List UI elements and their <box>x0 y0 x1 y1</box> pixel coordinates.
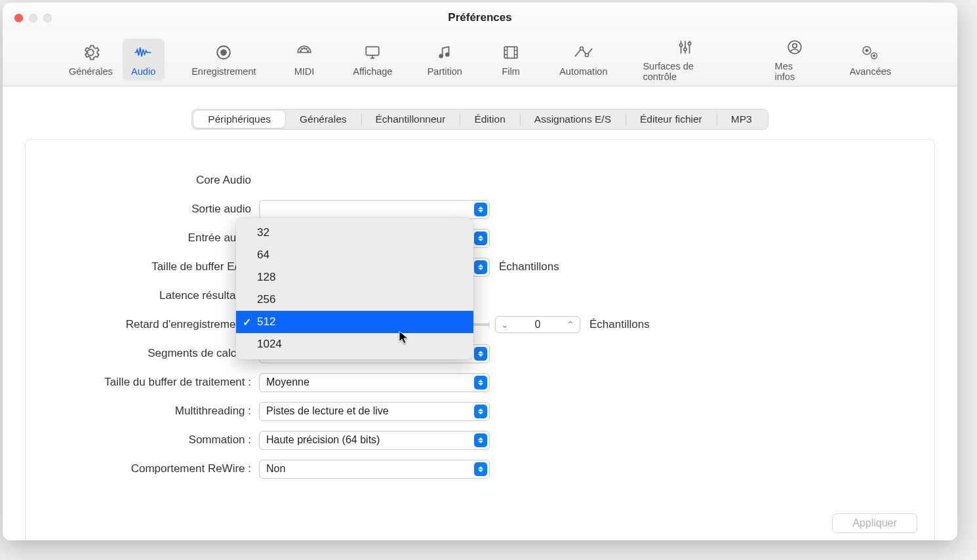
svg-point-13 <box>679 43 682 46</box>
label-segments: Segments de calcul : <box>26 347 259 360</box>
svg-point-19 <box>866 49 868 52</box>
svg-point-12 <box>585 53 588 56</box>
subtab-edition[interactable]: Édition <box>460 111 519 128</box>
tab-label: Mes infos <box>775 61 814 82</box>
music-notes-icon <box>434 43 455 62</box>
subtab-assignations[interactable]: Assignations E/S <box>520 111 626 128</box>
sommation-popup[interactable]: Haute précision (64 bits) <box>259 431 490 450</box>
automation-icon <box>573 43 594 62</box>
svg-point-5 <box>306 48 307 49</box>
tab-label: Surfaces de contrôle <box>643 61 727 82</box>
buffer-size-dropdown: 32 64 128 256 512 1024 <box>236 218 473 359</box>
svg-point-15 <box>688 42 690 45</box>
tab-label: Avancées <box>850 66 891 77</box>
tab-label: Enregistrement <box>191 66 256 77</box>
svg-point-8 <box>439 54 443 57</box>
gears-icon <box>860 43 881 62</box>
label-multithreading: Multithreading : <box>26 405 259 418</box>
label-core-audio: Core Audio <box>26 174 259 187</box>
toolbar: Générales Audio Enregistrement MIDI <box>3 33 957 87</box>
step-up-icon[interactable]: ⌃ <box>561 317 580 332</box>
window-title: Préférences <box>3 11 957 24</box>
tab-partition[interactable]: Partition <box>420 39 469 81</box>
dropdown-option-1024[interactable]: 1024 <box>236 333 473 355</box>
subtab-mp3[interactable]: MP3 <box>717 111 767 128</box>
tab-affichage[interactable]: Affichage <box>346 39 399 81</box>
svg-point-6 <box>304 47 305 49</box>
subtab-editeur-fichier[interactable]: Éditeur fichier <box>626 111 717 128</box>
sub-tabs: Périphériques Générales Échantillonneur … <box>191 109 768 130</box>
settings-panel: Core Audio Sortie audio Entrée audio Tai… <box>25 139 935 540</box>
mouse-cursor-icon <box>399 330 410 348</box>
label-entree-audio: Entrée audio <box>26 231 259 245</box>
midi-icon <box>294 43 315 62</box>
user-circle-icon <box>784 37 805 57</box>
dropdown-option-32[interactable]: 32 <box>236 222 473 244</box>
label-retard: Retard d'enregistrement : <box>26 318 259 331</box>
tab-film[interactable]: Film <box>490 39 532 81</box>
tab-label: Générales <box>69 66 113 77</box>
svg-point-14 <box>684 48 687 50</box>
waveform-icon <box>133 43 154 62</box>
subtab-generales[interactable]: Générales <box>285 111 361 128</box>
dropdown-option-256[interactable]: 256 <box>236 289 473 311</box>
tab-enregistrement[interactable]: Enregistrement <box>185 39 263 81</box>
tab-surfaces[interactable]: Surfaces de contrôle <box>635 33 735 86</box>
tab-automation[interactable]: Automation <box>552 39 614 81</box>
titlebar: Préférences <box>3 3 957 33</box>
dropdown-option-64[interactable]: 64 <box>236 244 473 266</box>
tab-audio[interactable]: Audio <box>123 39 165 81</box>
label-sommation: Sommation : <box>26 433 259 447</box>
tab-mes-infos[interactable]: Mes infos <box>767 33 822 86</box>
retard-stepper[interactable]: ⌄ 0 ⌃ <box>495 316 580 333</box>
tab-midi[interactable]: MIDI <box>283 39 325 81</box>
gear-icon <box>80 43 101 62</box>
svg-point-17 <box>792 43 797 48</box>
preferences-window: Préférences Générales Audio Enregistreme… <box>3 3 957 540</box>
tab-label: Affichage <box>353 66 392 77</box>
svg-point-21 <box>873 54 875 56</box>
content-area: Périphériques Générales Échantillonneur … <box>3 87 957 540</box>
svg-point-11 <box>580 47 583 50</box>
rewire-popup[interactable]: Non <box>259 460 490 479</box>
dropdown-option-512[interactable]: 512 <box>236 311 473 333</box>
buffer-traitement-popup[interactable]: Moyenne <box>259 373 490 392</box>
label-rewire: Comportement ReWire : <box>26 462 259 475</box>
tab-label: Film <box>502 66 519 77</box>
svg-point-9 <box>446 52 449 56</box>
tab-label: MIDI <box>294 66 315 77</box>
svg-point-4 <box>302 48 303 49</box>
tab-label: Partition <box>428 66 462 77</box>
apply-button[interactable]: Appliquer <box>832 513 917 533</box>
tab-avancees[interactable]: Avancées <box>843 39 898 81</box>
label-sortie-audio: Sortie audio <box>26 203 259 216</box>
svg-point-2 <box>300 50 302 51</box>
svg-rect-7 <box>367 47 380 55</box>
step-down-icon[interactable]: ⌄ <box>496 317 514 332</box>
suffix-echantillons-2: Échantillons <box>589 318 650 331</box>
suffix-echantillons: Échantillons <box>499 260 559 273</box>
retard-value: 0 <box>514 319 561 330</box>
svg-point-3 <box>307 50 308 51</box>
multithreading-popup[interactable]: Pistes de lecture et de live <box>259 402 490 421</box>
sortie-audio-popup[interactable] <box>259 200 490 219</box>
label-buffer-io: Taille de buffer E/S : <box>26 260 259 273</box>
subtab-peripheriques[interactable]: Périphériques <box>193 111 285 128</box>
subtab-echantillonneur[interactable]: Échantillonneur <box>361 111 460 128</box>
svg-rect-10 <box>504 47 517 58</box>
sliders-icon <box>675 37 696 57</box>
tab-label: Automation <box>559 66 607 77</box>
record-icon <box>213 43 234 62</box>
label-latence: Latence résultante <box>26 289 259 302</box>
film-icon <box>500 43 521 62</box>
display-icon <box>362 43 383 62</box>
label-buffer-traitement: Taille du buffer de traitement : <box>26 376 259 389</box>
dropdown-option-128[interactable]: 128 <box>236 266 473 289</box>
tab-generales[interactable]: Générales <box>62 39 120 81</box>
tab-label: Audio <box>131 66 155 77</box>
svg-point-1 <box>221 49 227 55</box>
